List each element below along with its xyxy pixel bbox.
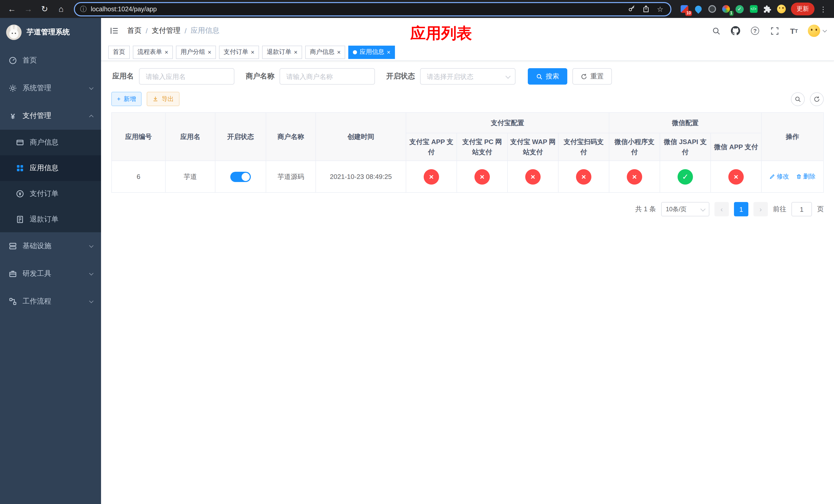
tab-user-group[interactable]: 用户分组 × bbox=[176, 45, 216, 59]
user-avatar[interactable] bbox=[808, 25, 826, 37]
sidebar-item-payment[interactable]: ¥ 支付管理 bbox=[0, 102, 101, 130]
extension-drop-icon[interactable] bbox=[694, 4, 703, 14]
extension-color-icon[interactable]: 1 bbox=[721, 4, 730, 14]
address-bar[interactable]: ⓘ localhost:1024/pay/app ☆ bbox=[74, 2, 672, 16]
tab-home[interactable]: 首页 bbox=[108, 45, 130, 59]
add-button[interactable]: + 新增 bbox=[111, 92, 141, 106]
sidebar-item-refund-orders[interactable]: 退款订单 bbox=[0, 207, 101, 232]
sidebar-item-merchant-info[interactable]: 商户信息 bbox=[0, 130, 101, 155]
site-info-icon[interactable]: ⓘ bbox=[80, 4, 87, 14]
status-select[interactable] bbox=[420, 68, 515, 85]
alipay-pc-status-icon bbox=[475, 169, 490, 184]
browser-reload-icon[interactable]: ↻ bbox=[38, 2, 51, 16]
delete-button[interactable]: 删除 bbox=[796, 172, 815, 181]
col-header-wx-app: 微信 APP 支付 bbox=[711, 133, 762, 161]
cell-app-id: 6 bbox=[112, 161, 166, 192]
page-unit-label: 页 bbox=[817, 205, 824, 214]
navbar-actions: ? TT bbox=[710, 25, 826, 37]
wx-jsapi-status-icon bbox=[678, 169, 693, 184]
close-icon[interactable]: × bbox=[251, 49, 255, 55]
cell-merchant: 芋道源码 bbox=[266, 161, 316, 192]
tab-payment-orders[interactable]: 支付订单 × bbox=[219, 45, 259, 59]
sidebar-item-home[interactable]: 首页 bbox=[0, 47, 101, 74]
close-icon[interactable]: × bbox=[387, 49, 390, 55]
col-header-merchant: 商户名称 bbox=[266, 113, 316, 161]
tab-refund-orders[interactable]: 退款订单 × bbox=[262, 45, 302, 59]
breadcrumb-payment[interactable]: 支付管理 bbox=[152, 26, 180, 36]
plus-icon: + bbox=[117, 95, 120, 102]
toolbox-icon bbox=[8, 270, 18, 278]
logo-avatar-icon bbox=[6, 25, 22, 40]
extension-wechat-icon[interactable]: </> bbox=[749, 4, 758, 14]
sidebar-item-infrastructure[interactable]: 基础设施 bbox=[0, 232, 101, 260]
breadcrumb-home[interactable]: 首页 bbox=[127, 26, 141, 36]
export-button[interactable]: 导出 bbox=[147, 92, 179, 106]
app-name-input[interactable] bbox=[139, 68, 235, 85]
search-form: 应用名 商户名称 开启状态 搜索 重置 bbox=[111, 68, 824, 85]
collapse-sidebar-icon[interactable] bbox=[109, 25, 120, 37]
page-number-1[interactable]: 1 bbox=[734, 202, 748, 216]
refresh-button[interactable] bbox=[810, 92, 824, 106]
profile-avatar-icon[interactable] bbox=[776, 4, 786, 14]
browser-back-icon[interactable]: ← bbox=[5, 2, 19, 16]
payment-submenu: 商户信息 应用信息 支付订单 bbox=[0, 130, 101, 232]
chrome-update-button[interactable]: 更新 bbox=[791, 3, 814, 15]
search-icon[interactable] bbox=[710, 25, 722, 37]
col-header-app-id: 应用编号 bbox=[112, 113, 166, 161]
extension-badge: 10 bbox=[685, 10, 692, 16]
browser-home-icon[interactable]: ⌂ bbox=[54, 2, 68, 16]
browser-menu-icon[interactable]: ⋮ bbox=[818, 5, 829, 13]
tab-merchant-info[interactable]: 商户信息 × bbox=[305, 45, 345, 59]
page-content: 应用名 商户名称 开启状态 搜索 重置 bbox=[101, 61, 834, 504]
wx-mini-status-icon bbox=[627, 169, 642, 184]
active-dot-icon bbox=[353, 50, 357, 54]
password-key-icon[interactable] bbox=[626, 4, 637, 14]
extension-dark-icon[interactable] bbox=[707, 4, 717, 14]
url-text[interactable]: localhost:1024/pay/app bbox=[91, 5, 622, 13]
table-row: 6 芋道 芋道源码 2021-10-23 08:49:25 bbox=[112, 161, 824, 192]
page-size-select[interactable]: 10条/页 bbox=[661, 202, 709, 216]
close-icon[interactable]: × bbox=[164, 49, 168, 55]
sidebar-item-system[interactable]: 系统管理 bbox=[0, 74, 101, 102]
sidebar-item-workflow[interactable]: 工作流程 bbox=[0, 288, 101, 315]
search-button[interactable]: 搜索 bbox=[528, 68, 567, 85]
extension-badge: 1 bbox=[729, 10, 733, 16]
next-page-button[interactable]: › bbox=[753, 202, 768, 216]
col-header-alipay-wap: 支付宝 WAP 网站支付 bbox=[507, 133, 558, 161]
extensions-puzzle-icon[interactable] bbox=[763, 4, 772, 14]
close-icon[interactable]: × bbox=[294, 49, 298, 55]
tab-app-info[interactable]: 应用信息 × bbox=[348, 45, 395, 59]
tags-view-bar: 首页 流程表单 × 用户分组 × 支付订单 × 退款订单 × bbox=[101, 44, 834, 61]
help-icon[interactable]: ? bbox=[749, 25, 761, 37]
status-toggle[interactable] bbox=[230, 171, 251, 182]
share-icon[interactable] bbox=[641, 4, 651, 14]
col-header-actions: 操作 bbox=[762, 113, 824, 161]
sidebar-item-app-info[interactable]: 应用信息 bbox=[0, 155, 101, 181]
page-annotation-title: 应用列表 bbox=[410, 23, 472, 44]
app-logo[interactable]: 芋道管理系统 bbox=[0, 18, 101, 47]
edit-button[interactable]: 修改 bbox=[769, 172, 789, 181]
tab-process-form[interactable]: 流程表单 × bbox=[133, 45, 173, 59]
breadcrumb-current: 应用信息 bbox=[191, 26, 220, 36]
close-icon[interactable]: × bbox=[337, 49, 341, 55]
goto-page-input[interactable] bbox=[791, 202, 812, 216]
merchant-name-input[interactable] bbox=[280, 68, 375, 85]
prev-page-button[interactable]: ‹ bbox=[715, 202, 729, 216]
extension-green-check-icon[interactable]: ✓ bbox=[735, 4, 744, 14]
github-icon[interactable] bbox=[730, 25, 741, 37]
fullscreen-icon[interactable] bbox=[769, 25, 780, 37]
font-size-icon[interactable]: TT bbox=[788, 25, 799, 37]
close-icon[interactable]: × bbox=[208, 49, 211, 55]
col-header-wx-mini: 微信小程序支付 bbox=[609, 133, 660, 161]
sidebar-item-dev-tools[interactable]: 研发工具 bbox=[0, 260, 101, 288]
pagination: 共 1 条 10条/页 ‹ 1 › 前往 页 bbox=[111, 202, 824, 216]
status-select-input[interactable] bbox=[420, 68, 515, 85]
bookmark-star-icon[interactable]: ☆ bbox=[655, 4, 665, 14]
sidebar-item-payment-orders[interactable]: 支付订单 bbox=[0, 181, 101, 207]
extension-grid-icon[interactable]: 10 bbox=[680, 4, 689, 14]
total-count: 共 1 条 bbox=[635, 205, 656, 214]
reset-button[interactable]: 重置 bbox=[572, 68, 612, 85]
app-table: 应用编号 应用名 开启状态 商户名称 创建时间 支付宝配置 微信配置 操作 支付… bbox=[111, 112, 824, 193]
browser-forward-icon[interactable]: → bbox=[22, 2, 35, 16]
toggle-search-button[interactable] bbox=[791, 92, 805, 106]
